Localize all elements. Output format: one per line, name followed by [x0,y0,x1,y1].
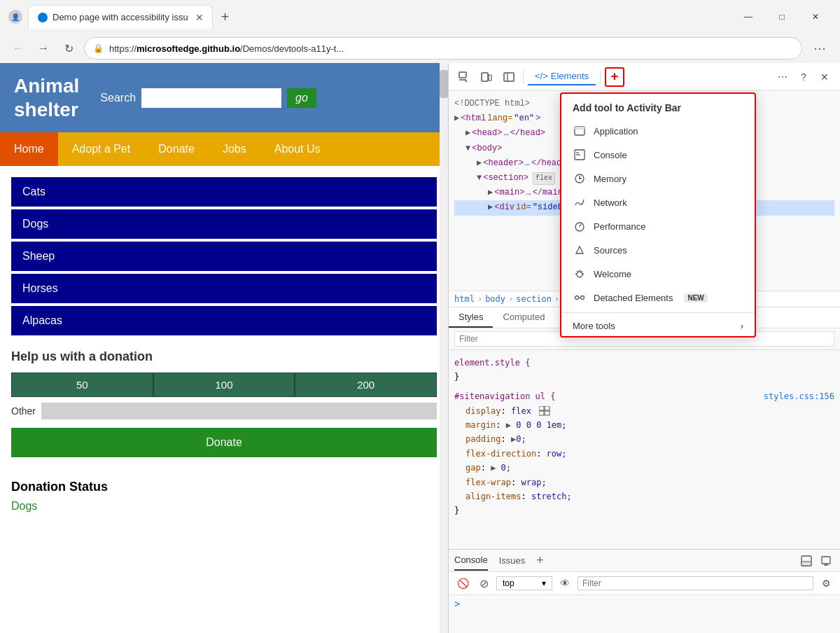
search-area: Search go [100,88,316,108]
title-bar: 👤 Demo page with accessibility issu ✕ + … [0,0,840,34]
nav-about[interactable]: About Us [260,132,335,166]
url-bar[interactable]: 🔒 https://microsoftedge.github.io/Demos/… [84,37,802,60]
console-prompt[interactable]: > [454,598,460,609]
style-nav: #sitenavigation ul { styles.css:156 disp… [454,389,834,518]
search-go-btn[interactable]: go [287,88,316,108]
clear-console-btn[interactable]: 🚫 [454,575,471,592]
url-text: https://microsoftedge.github.io/Demos/de… [109,43,793,54]
more-tools-arrow: › [741,321,743,331]
inspect-element-btn[interactable] [454,67,474,87]
amount-50[interactable]: 50 [11,373,153,397]
search-input[interactable] [141,88,281,108]
svg-point-25 [581,296,584,300]
lock-icon: 🔒 [93,43,104,53]
add-tool-btn[interactable]: + [605,67,624,87]
tool-application[interactable]: Application [561,119,755,143]
nav-home[interactable]: Home [0,132,58,166]
nav-adopt[interactable]: Adopt a Pet [58,132,145,166]
maximize-btn[interactable]: □ [766,6,798,28]
console-icon [573,148,587,162]
tab-title: Demo page with accessibility issu [52,12,188,22]
application-label: Application [594,126,638,137]
toolbar-divider [523,70,524,84]
main-area: Animal shelter Search go Home Adopt a Pe… [0,63,840,633]
tool-welcome[interactable]: Welcome [561,262,755,286]
nav-donate[interactable]: Donate [144,132,209,166]
console-tabs-bar: Console Issues + [449,550,840,572]
new-tab-btn[interactable]: + [218,6,232,28]
add-tool-title: Add tool to Activity Bar [561,94,755,119]
dt-more-btn[interactable]: ⋯ [773,67,792,87]
issues-tab[interactable]: Issues [499,551,526,570]
console-undock-btn[interactable] [818,552,834,569]
network-label: Network [594,197,627,208]
elements-tab[interactable]: </> Elements [528,68,596,85]
close-btn[interactable]: ✕ [799,6,832,28]
sidebar-toggle-btn[interactable] [499,67,519,87]
browser-more-btn[interactable]: ⋯ [808,38,832,59]
console-tool-label: Console [594,150,627,160]
bc-html[interactable]: html [454,294,475,304]
forward-btn[interactable]: → [34,39,53,58]
refresh-btn[interactable]: ↻ [59,39,78,58]
other-amount-input[interactable] [41,403,437,419]
animal-dogs[interactable]: Dogs [11,209,437,239]
styles-link[interactable]: styles.css:156 [764,389,834,403]
scrollbar-track[interactable] [440,63,448,633]
tool-network[interactable]: Network [561,190,755,214]
bc-body[interactable]: body [485,294,505,304]
active-tab[interactable]: Demo page with accessibility issu ✕ [28,5,213,29]
console-settings-btn[interactable]: ⚙ [818,575,834,592]
svg-point-24 [575,296,579,300]
animal-alpacas[interactable]: Alpacas [11,306,437,335]
console-dock-btn[interactable] [798,552,815,569]
more-tools-label: More tools [573,321,615,331]
tool-sources[interactable]: Sources [561,238,755,262]
svg-rect-9 [539,411,544,415]
performance-label: Performance [594,221,645,232]
scrollbar-thumb[interactable] [440,70,448,98]
tool-detached[interactable]: Detached Elements NEW [561,286,755,309]
more-tools-item[interactable]: More tools › [561,316,755,336]
console-filter-input[interactable] [578,576,813,590]
eye-icon[interactable]: 👁 [556,575,573,592]
welcome-label: Welcome [594,269,631,279]
bc-section[interactable]: section [516,294,552,304]
svg-rect-5 [504,73,514,81]
animal-sheep[interactable]: Sheep [11,242,437,271]
animal-list: Cats Dogs Sheep Horses Alpacas [11,177,437,335]
filter-icon[interactable]: ⊘ [475,575,492,592]
status-dogs: Dogs [11,500,437,513]
amount-200[interactable]: 200 [295,373,437,397]
device-toggle-btn[interactable] [477,67,496,87]
tool-memory[interactable]: Memory [561,167,755,190]
svg-rect-8 [545,406,550,410]
tab-bar: Demo page with accessibility issu ✕ + [28,5,727,29]
dt-help-btn[interactable]: ? [794,67,813,87]
devtools-panel: </> Elements + ⋯ ? ✕ <!DOCTYPE html> ▶ <… [448,63,840,633]
svg-rect-10 [545,411,550,415]
tab-computed[interactable]: Computed [493,307,554,328]
memory-label: Memory [594,174,626,184]
console-tab[interactable]: Console [454,550,488,571]
devtools-toolbar: </> Elements + ⋯ ? ✕ [449,63,840,91]
minimize-btn[interactable]: — [732,6,764,28]
back-btn[interactable]: ← [8,39,28,58]
dt-close-btn[interactable]: ✕ [815,67,834,87]
tab-close-btn[interactable]: ✕ [195,12,204,23]
donate-btn[interactable]: Donate [11,428,437,457]
donation-amounts: 50 100 200 [11,373,437,397]
animal-cats[interactable]: Cats [11,177,437,207]
add-panel-btn[interactable]: + [536,553,544,568]
tool-console[interactable]: Console [561,143,755,167]
address-bar: ← → ↻ 🔒 https://microsoftedge.github.io/… [0,34,840,63]
tab-styles[interactable]: Styles [449,307,493,328]
context-selector[interactable]: top ▾ [496,576,552,590]
amount-100[interactable]: 100 [153,373,295,397]
animal-horses[interactable]: Horses [11,274,437,303]
network-icon [573,195,587,209]
nav-jobs[interactable]: Jobs [209,132,260,166]
svg-rect-3 [482,73,488,81]
tool-performance[interactable]: Performance [561,214,755,238]
style-element: element.style { } [454,356,834,384]
